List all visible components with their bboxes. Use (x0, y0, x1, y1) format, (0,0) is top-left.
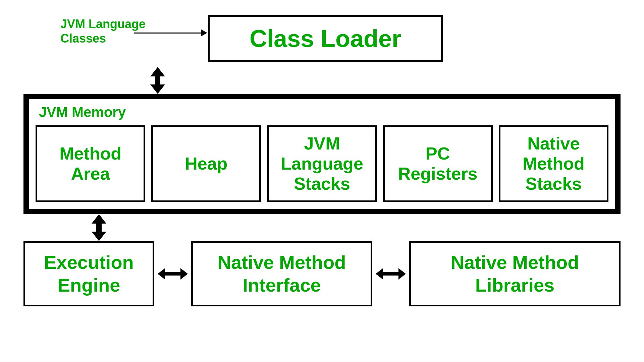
svg-rect-7 (164, 272, 181, 276)
class-loader-box: Class Loader (208, 15, 443, 62)
diagram-container: JVM LanguageClasses Class Loader JVM Mem… (0, 0, 644, 362)
memory-boxes: MethodArea Heap JVM LanguageStacks PCReg… (36, 125, 608, 202)
jvm-language-stacks-box: JVM LanguageStacks (267, 125, 377, 202)
vertical-double-arrow-top (148, 67, 168, 94)
svg-marker-11 (398, 268, 406, 280)
svg-rect-1 (155, 76, 160, 85)
svg-marker-3 (92, 214, 106, 224)
h-double-arrow-2 (376, 265, 406, 282)
native-method-stacks-box: NativeMethodStacks (499, 125, 608, 202)
heap-box: Heap (151, 125, 261, 202)
jvm-memory-title: JVM Memory (36, 104, 608, 120)
h-double-arrow-1 (158, 265, 188, 282)
heap-label: Heap (185, 154, 227, 174)
bottom-boxes-row: ExecutionEngine Native MethodInterface (23, 241, 621, 306)
top-section: JVM LanguageClasses Class Loader (20, 13, 624, 67)
svg-marker-2 (150, 84, 165, 94)
execution-engine-label: ExecutionEngine (44, 251, 134, 296)
svg-marker-6 (158, 268, 165, 280)
native-method-stacks-label: NativeMethodStacks (523, 134, 585, 194)
vertical-double-arrow-bottom (89, 214, 109, 241)
jvm-language-classes-label: JVM LanguageClasses (60, 17, 146, 46)
svg-marker-0 (150, 67, 165, 76)
bottom-section: ExecutionEngine Native MethodInterface (23, 214, 621, 306)
native-method-libraries-box: Native MethodLibraries (409, 241, 621, 306)
jvm-memory-inner: JVM Memory MethodArea Heap JVM LanguageS… (29, 99, 615, 209)
native-method-interface-label: Native MethodInterface (218, 251, 346, 296)
method-area-box: MethodArea (36, 125, 145, 202)
method-area-label: MethodArea (59, 144, 121, 184)
svg-marker-5 (92, 232, 106, 241)
svg-marker-8 (180, 268, 188, 280)
double-arrow-svg-bottom (89, 214, 109, 241)
svg-rect-4 (96, 223, 102, 232)
h-arrow-svg-2 (376, 265, 406, 282)
jvm-memory-section: JVM Memory MethodArea Heap JVM LanguageS… (23, 94, 621, 214)
pc-registers-box: PCRegisters (383, 125, 493, 202)
double-arrow-svg-top (148, 67, 168, 94)
native-method-libraries-label: Native MethodLibraries (451, 251, 579, 296)
h-arrow-svg-1 (158, 265, 188, 282)
jvm-language-stacks-label: JVM LanguageStacks (274, 134, 370, 194)
execution-engine-box: ExecutionEngine (23, 241, 154, 306)
svg-rect-10 (382, 272, 399, 276)
svg-marker-9 (376, 268, 383, 280)
pc-registers-label: PCRegisters (398, 144, 478, 184)
class-loader-label: Class Loader (250, 25, 401, 52)
native-method-interface-box: Native MethodInterface (191, 241, 372, 306)
arrow-line (134, 33, 201, 34)
arrow-head (201, 29, 207, 36)
